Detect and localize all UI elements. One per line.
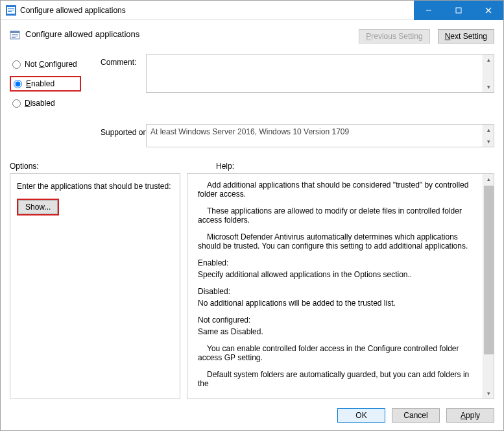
scroll-up-icon[interactable]: ▴ — [487, 55, 490, 65]
dialog-footer: OK Cancel Apply — [1, 399, 503, 431]
svg-rect-10 — [10, 31, 19, 33]
scroll-down-icon[interactable]: ▾ — [487, 388, 490, 399]
window-title: Configure allowed applications — [20, 6, 126, 15]
show-button[interactable]: Show... — [18, 200, 58, 214]
minimize-button[interactable] — [414, 1, 444, 20]
supported-scrollbar[interactable]: ▴ ▾ — [483, 125, 494, 147]
svg-rect-13 — [12, 37, 16, 38]
help-p4a: Enabled: — [198, 258, 475, 267]
scroll-up-icon[interactable]: ▴ — [487, 174, 490, 184]
radio-enabled-label: Enabled — [26, 79, 54, 88]
comment-label: Comment: — [101, 54, 146, 117]
radio-enabled-input[interactable] — [14, 80, 22, 88]
options-pane: Enter the applications that should be tr… — [10, 173, 180, 399]
maximize-button[interactable] — [444, 1, 474, 20]
apply-button[interactable]: Apply — [446, 408, 494, 423]
next-setting-button[interactable]: Next Setting — [438, 29, 494, 43]
help-p3: Microsoft Defender Antivirus automatical… — [198, 232, 475, 251]
radio-disabled-input[interactable] — [12, 99, 21, 108]
help-scrollbar[interactable]: ▴ ▾ — [483, 174, 494, 399]
radio-not-configured-input[interactable] — [12, 60, 21, 69]
help-p7: You can enable controlled folder access … — [198, 344, 475, 362]
title-bar: Configure allowed applications — [1, 1, 503, 20]
help-pane: Add additional applications that should … — [187, 173, 494, 399]
supported-on-value: At least Windows Server 2016, Windows 10… — [150, 127, 349, 136]
svg-rect-12 — [12, 36, 18, 36]
help-p2: These applications are allowed to modify… — [198, 206, 475, 225]
ok-button[interactable]: OK — [337, 408, 385, 423]
window-buttons — [414, 1, 503, 20]
radio-disabled-label: Disabled — [25, 99, 55, 108]
state-radio-group: Not Configured Enabled Disabled — [10, 54, 101, 117]
scroll-up-icon[interactable]: ▴ — [487, 125, 490, 135]
close-button[interactable] — [474, 1, 503, 20]
help-p1: Add additional applications that should … — [198, 180, 475, 199]
options-label: Options: — [10, 162, 216, 171]
scroll-down-icon[interactable]: ▾ — [487, 136, 490, 147]
radio-enabled[interactable]: Enabled — [10, 76, 81, 92]
radio-not-configured-label: Not Configured — [25, 60, 77, 69]
help-p4b: Specify additional allowed applications … — [198, 270, 475, 279]
help-p5a: Disabled: — [198, 287, 475, 296]
scroll-down-icon[interactable]: ▾ — [487, 82, 490, 92]
help-text: Add additional applications that should … — [187, 174, 483, 399]
svg-rect-6 — [456, 8, 461, 13]
help-label: Help: — [216, 162, 234, 171]
page-title: Configure allowed applications — [25, 29, 139, 39]
scrollbar-thumb[interactable] — [484, 186, 494, 354]
radio-not-configured[interactable]: Not Configured — [10, 56, 101, 72]
comment-textarea[interactable]: ▴ ▾ — [146, 54, 494, 93]
svg-rect-11 — [12, 34, 18, 35]
svg-rect-2 — [8, 8, 14, 9]
enter-applications-label: Enter the applications that should be tr… — [17, 182, 173, 191]
radio-disabled[interactable]: Disabled — [10, 95, 101, 111]
help-p8: Default system folders are automatically… — [198, 370, 475, 388]
previous-setting-button: Previous Setting — [359, 29, 429, 43]
app-icon — [6, 5, 16, 16]
cancel-button[interactable]: Cancel — [392, 408, 440, 423]
help-p6a: Not configured: — [198, 315, 475, 325]
help-p6b: Same as Disabled. — [198, 327, 475, 336]
svg-rect-4 — [8, 11, 12, 12]
comment-scrollbar[interactable]: ▴ ▾ — [483, 55, 494, 92]
help-p5b: No additional applications will be added… — [198, 299, 475, 308]
policy-icon — [10, 30, 20, 40]
svg-rect-3 — [8, 10, 14, 10]
supported-on-label: Supported on: — [101, 124, 146, 147]
supported-on-box: At least Windows Server 2016, Windows 10… — [146, 124, 494, 147]
